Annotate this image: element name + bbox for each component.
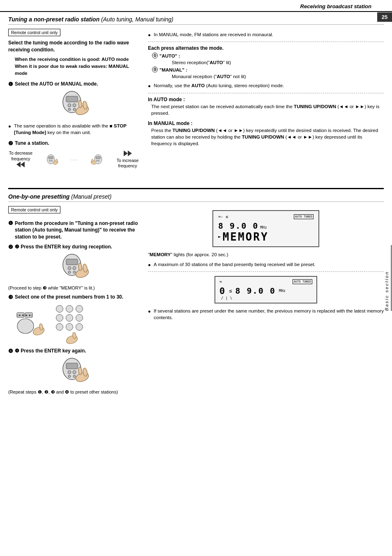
- section1-left: Remote control unit only Select the tuni…: [8, 29, 140, 174]
- step1-text: Select the AUTO or MANUAL mode.: [15, 81, 98, 87]
- svg-point-2: [68, 104, 71, 107]
- s2-step1-text: Perform the procedure in "Tuning a non-p…: [15, 220, 140, 241]
- bullet-dot-1: ●: [8, 123, 14, 130]
- step2-text: Tune a station.: [15, 140, 49, 146]
- svg-rect-45: [66, 363, 78, 369]
- remote-hand-svg-1: [55, 90, 92, 119]
- section1-step1: ❶ Select the AUTO or MANUAL mode.: [8, 81, 140, 87]
- section2-right: ≈- ≤ AUTO TUNED 8 9.0 0 MHz ► MEMORY "ME…: [148, 206, 384, 396]
- btn-8: [66, 323, 73, 331]
- section2-title-paren: (Manual preset): [71, 193, 111, 200]
- arrow-right-icon: [124, 151, 132, 156]
- display2-symbols: ≈: [219, 279, 222, 284]
- btn-2: [66, 305, 73, 313]
- tuning-remote-left: [46, 150, 59, 170]
- svg-point-40: [32, 326, 45, 336]
- page-number: 25: [377, 12, 392, 22]
- svg-text:|◄◄: |◄◄: [17, 313, 24, 317]
- section1-title-paren: (Auto tuning, Manual tuning): [101, 16, 173, 23]
- display1-memory: MEMORY: [223, 231, 269, 243]
- svg-point-49: [73, 375, 76, 378]
- display1-mhz: MHz: [260, 225, 267, 229]
- svg-point-39: [17, 319, 34, 334]
- section1-condition-poor: When it is poor due to weak radio waves:…: [15, 63, 140, 77]
- svg-point-28: [68, 266, 71, 270]
- memory-display-2: ≈ AUTO TUNED 0 ≤ 8 9.0 0 MHz / | \: [214, 276, 317, 303]
- svg-point-47: [73, 371, 76, 374]
- svg-point-20: [96, 160, 97, 161]
- s2-step4-text: ❹ Press the ENTER key again.: [15, 348, 86, 354]
- svg-point-14: [51, 160, 52, 161]
- page-header: Receiving broadcast station: [0, 0, 392, 12]
- btn-4: [56, 314, 63, 322]
- manual-mode-heading: In MANUAL mode :: [148, 120, 384, 126]
- svg-point-29: [73, 266, 76, 270]
- display2-main-row: 0 ≤ 8 9.0 0 MHz: [219, 286, 312, 296]
- manual-desc: Monaural reception ("AUTO" not lit): [172, 74, 246, 79]
- section1-title: Tuning a non-preset radio station (Auto …: [8, 16, 384, 25]
- each-press-title: Each press alternates the mode.: [148, 45, 384, 51]
- replace-memory-bullet: ● If several stations are preset under t…: [148, 308, 384, 321]
- section2-step1: ❶ Perform the procedure in "Tuning a non…: [8, 220, 140, 241]
- section2-step4: ❹ ❹ Press the ENTER key again.: [8, 348, 140, 354]
- display1-freq: 8 9.0 0: [218, 221, 258, 231]
- increase-label: To increase frequency: [115, 151, 140, 169]
- display2-bottom: / | \: [219, 296, 312, 300]
- auto-desc: Stereo reception("AUTO" lit): [172, 60, 231, 65]
- remote-hand-svg-3: [55, 357, 92, 386]
- svg-rect-12: [48, 156, 53, 159]
- svg-point-13: [49, 160, 50, 161]
- btn-7: [56, 323, 63, 331]
- manual-label: "MANUAL" :: [159, 67, 187, 72]
- display1-symbols: ≈- ≤: [218, 214, 228, 219]
- auto-mode-item: ① "AUTO" : Stereo reception("AUTO" lit): [148, 53, 384, 66]
- replace-memory-text: If several stations are preset under the…: [154, 308, 384, 321]
- hand-over-buttons: [60, 332, 80, 345]
- svg-point-5: [73, 108, 76, 111]
- svg-point-31: [73, 271, 76, 273]
- svg-marker-24: [128, 151, 132, 156]
- section1-bullet1: ● The same operation is also available w…: [8, 123, 140, 136]
- bullet1-text: The same operation is also available wit…: [14, 123, 140, 136]
- svg-point-21: [98, 160, 99, 161]
- display2-top: ≈ AUTO TUNED: [219, 279, 312, 284]
- section2-title-text: One-by-one presetting: [8, 193, 69, 200]
- num-grid-1: [56, 305, 84, 331]
- rbullet-dot-1: ●: [148, 32, 154, 38]
- svg-rect-19: [96, 156, 100, 159]
- btn-6: [76, 314, 83, 322]
- divider-2: [148, 93, 384, 93]
- section2-step3: ❸ Select one of the preset numbers from …: [8, 294, 140, 300]
- display2-arrow: ≤: [229, 288, 232, 294]
- tuning-diagram: To decrease frequency: [8, 150, 140, 170]
- skip-remote-icon: |◄◄ ►►|: [15, 310, 48, 337]
- section-divider: [8, 188, 384, 189]
- s2-step3-text: Select one of the preset numbers from 1 …: [15, 294, 123, 300]
- display1-top: ≈- ≤ AUTO TUNED: [218, 214, 314, 219]
- svg-rect-1: [66, 96, 78, 102]
- tuning-dashes: [71, 158, 78, 162]
- auto-label: "AUTO" :: [159, 53, 180, 58]
- header-title: Receiving broadcast station: [300, 3, 371, 9]
- s2-step4-num: ❹: [8, 348, 13, 354]
- section2-title: One-by-one presetting (Manual preset): [8, 193, 384, 202]
- section1-intro: Select the tuning mode according to the …: [8, 39, 140, 53]
- display2-autotuned: AUTO TUNED: [293, 279, 312, 284]
- section1-content: Remote control unit only Select the tuni…: [8, 29, 384, 174]
- memory-note-text: "MEMORY" lights (for approx. 20 sec.): [148, 251, 228, 258]
- svg-text:►►|: ►►|: [25, 313, 32, 317]
- section2-step2: ❷ ❷ Press the ENTER key during reception…: [8, 244, 140, 250]
- memory-display-1: ≈- ≤ AUTO TUNED 8 9.0 0 MHz ► MEMORY: [212, 210, 319, 247]
- display2-freq: 8 9.0 0: [235, 286, 275, 296]
- svg-rect-27: [66, 259, 78, 265]
- max-stations-bullet: ● A maximum of 30 stations of the band p…: [148, 261, 384, 268]
- display1-autotuned: AUTO TUNED: [294, 214, 314, 219]
- preset-selector: |◄◄ ►►|: [15, 303, 140, 345]
- step1-remote-icon: [8, 90, 140, 119]
- section1-right-bullet1: ● In MANUAL mode, FM stations are receiv…: [148, 31, 384, 38]
- auto-usage-text: Normally, use the AUTO (Auto tuning, ste…: [154, 82, 284, 89]
- svg-point-48: [68, 375, 71, 378]
- btn-1: [56, 305, 63, 313]
- svg-point-42: [65, 334, 78, 345]
- btn-3: [76, 305, 83, 313]
